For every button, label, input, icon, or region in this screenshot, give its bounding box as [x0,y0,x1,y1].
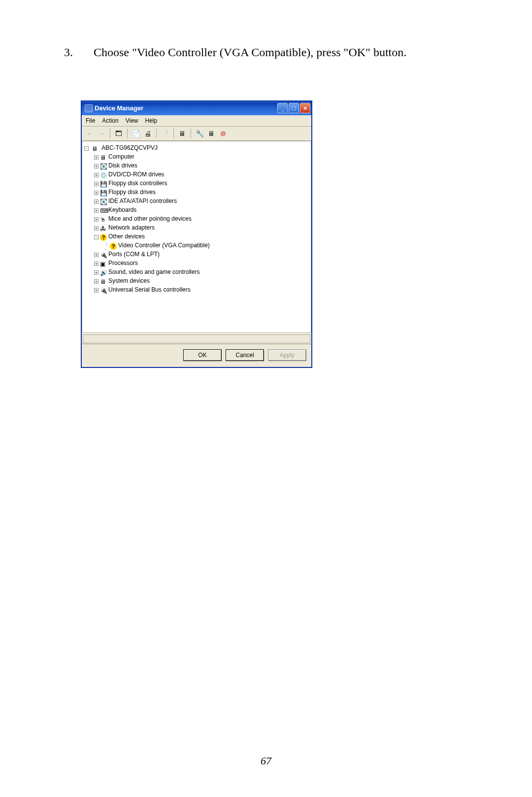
system-icon: 🖥 [100,277,107,284]
toolbar-separator [156,129,157,138]
scan-icon[interactable]: 🖥 [177,129,187,138]
ok-button[interactable]: OK [183,349,222,361]
menu-action[interactable]: Action [102,117,118,124]
menu-file[interactable]: File [86,117,95,124]
tree-item-label: Sound, video and game controllers [108,268,200,275]
tree-item-floppy-controllers[interactable]: +💾Floppy disk controllers [84,179,309,188]
expand-icon[interactable]: + [94,173,99,177]
back-icon[interactable]: ← [85,129,95,138]
tree-item-label: Floppy disk drives [108,189,156,196]
status-bar [82,333,311,344]
toolbar-separator [127,129,128,138]
usb-icon: 🔌 [100,286,107,293]
mouse-icon: 🖱 [100,215,107,222]
floppy-icon: 💾 [100,189,107,196]
tree-item-ports[interactable]: +🔌Ports (COM & LPT) [84,250,309,259]
tree-item-label: Computer [108,153,134,160]
tree-item-label: Network adapters [108,224,155,231]
tree-item-system[interactable]: +🖥System devices [84,276,309,285]
cancel-button[interactable]: Cancel [226,349,264,361]
tree-item-dvd-cd[interactable]: +💿DVD/CD-ROM drives [84,170,309,179]
controller-icon: 💽 [100,198,107,204]
cd-icon: 💿 [100,171,107,178]
forward-icon[interactable]: → [97,129,106,138]
collapse-icon[interactable]: - [94,235,99,239]
instruction-number: 3. [64,44,94,61]
tree-item-ide-atapi[interactable]: +💽IDE ATA/ATAPI controllers [84,197,309,205]
tree-item-sound[interactable]: +🔊Sound, video and game controllers [84,267,309,276]
status-inset [83,334,310,343]
close-button[interactable]: × [300,103,310,113]
tree-item-other-devices[interactable]: -?Other devices [84,232,309,241]
toolbar-separator [110,129,110,138]
expand-icon[interactable]: + [94,217,99,222]
expand-icon[interactable]: + [94,191,99,195]
tree-item-disk-drives[interactable]: +💽Disk drives [84,161,309,170]
expand-icon[interactable]: + [94,288,99,293]
warning-icon: ? [100,234,107,241]
cpu-icon: ▣ [100,260,107,266]
toolbar-separator [191,129,191,138]
tree-item-usb[interactable]: +🔌Universal Serial Bus controllers [84,285,309,294]
expand-icon[interactable]: + [94,226,99,231]
collapse-icon[interactable]: - [84,146,89,151]
keyboard-icon: ⌨ [100,206,107,213]
expand-icon[interactable]: + [94,199,99,204]
tree-item-mice[interactable]: +🖱Mice and other pointing devices [84,214,309,223]
properties-icon[interactable]: 📄 [131,129,141,138]
tree-item-keyboards[interactable]: +⌨Keyboards [84,205,309,214]
titlebar[interactable]: Device Manager _ □ × [82,101,311,115]
device-tree[interactable]: - 🖥 ABC-TG96ZQCVPVJ +🖥Computer +💽Disk dr… [82,141,311,333]
tree-item-label: IDE ATA/ATAPI controllers [108,198,177,204]
page-number: 67 [0,755,532,767]
tree-item-label: Other devices [108,233,145,240]
expand-icon[interactable]: + [94,164,99,168]
expand-icon[interactable]: + [94,253,99,257]
expand-icon[interactable]: + [94,155,99,160]
uninstall-icon[interactable]: 🖥 [206,129,216,138]
expand-icon[interactable]: + [94,262,99,266]
instruction-text: Choose "Video Controller (VGA Compatible… [94,44,468,61]
tree-item-processors[interactable]: +▣Processors [84,259,309,267]
port-icon: 🔌 [100,251,107,258]
tree-item-label: Keyboards [108,206,136,213]
tree-item-label: Ports (COM & LPT) [108,251,160,258]
expand-icon[interactable]: + [94,270,99,275]
menu-help[interactable]: Help [145,117,158,124]
instruction-line: 3. Choose "Video Controller (VGA Compati… [64,44,468,61]
tree-item-label: DVD/CD-ROM drives [108,171,164,178]
tree-root-label: ABC-TG96ZQCVPVJ [101,144,158,151]
help-icon[interactable]: ❔ [160,129,170,138]
computer-icon: 🖥 [92,144,99,151]
tree-item-label: Disk drives [108,162,137,169]
toolbar-icon[interactable]: 🔧 [195,129,204,138]
toolbar-icon[interactable]: 🗔 [114,129,124,138]
network-icon: 🖧 [100,224,107,231]
tree-item-label: Mice and other pointing devices [108,215,192,222]
warning-icon: ? [110,243,117,250]
disk-icon: 💽 [100,162,107,169]
menubar: File Action View Help [82,115,311,127]
tree-root[interactable]: - 🖥 ABC-TG96ZQCVPVJ [84,143,309,152]
tree-item-label: Floppy disk controllers [108,180,167,187]
tree-item-label: Universal Serial Bus controllers [108,286,191,293]
tree-item-network[interactable]: +🖧Network adapters [84,223,309,232]
expand-icon[interactable]: + [94,182,99,186]
expand-icon[interactable]: + [94,208,99,213]
toolbar-separator [173,129,174,138]
tree-item-video-controller[interactable]: └?Video Controller (VGA Compatible) [84,241,309,250]
apply-button[interactable]: Apply [268,349,306,361]
minimize-button[interactable]: _ [277,103,288,113]
tree-item-label: Video Controller (VGA Compatible) [118,242,210,249]
maximize-button[interactable]: □ [289,103,299,113]
print-icon[interactable]: 🖨 [143,129,153,138]
disable-icon[interactable]: ⊘ [218,129,228,138]
device-manager-window: Device Manager _ □ × File Action View He… [81,100,312,368]
window-title: Device Manager [95,104,277,112]
toolbar: ← → 🗔 📄 🖨 ❔ 🖥 🔧 🖥 ⊘ [82,127,311,141]
menu-view[interactable]: View [126,117,138,124]
expand-icon[interactable]: + [94,279,99,284]
tree-item-computer[interactable]: +🖥Computer [84,152,309,161]
tree-item-label: System devices [108,277,150,284]
tree-item-floppy-drives[interactable]: +💾Floppy disk drives [84,188,309,197]
